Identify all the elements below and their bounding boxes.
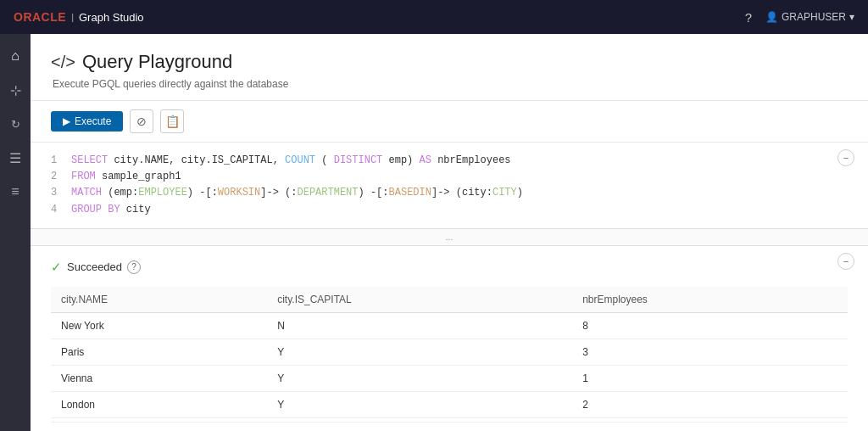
- table-cell: New York: [51, 312, 267, 339]
- page-title-row: </> Query Playground: [51, 51, 848, 73]
- copy-button[interactable]: 📋: [160, 109, 184, 133]
- table-cell: Vienna: [51, 365, 267, 391]
- cancel-icon: ⊘: [136, 115, 147, 128]
- results-table: city.NAME city.IS_CAPITAL nbrEmployees N…: [51, 287, 848, 418]
- col-nbr-employees: nbrEmployees: [572, 287, 848, 313]
- results-collapse-button[interactable]: −: [837, 253, 854, 270]
- page-subtitle: Execute PGQL queries directly against th…: [53, 78, 848, 90]
- topbar-right: ? 👤 GRAPHUSER ▾: [745, 10, 854, 25]
- table-row: LondonY2: [51, 391, 848, 417]
- code-line-1: 1 SELECT city.NAME, city.IS_CAPITAL, COU…: [51, 153, 848, 169]
- page-title-icon: </>: [51, 53, 75, 72]
- user-name: GRAPHUSER: [782, 11, 846, 23]
- product-name: Graph Studio: [79, 11, 144, 24]
- main-layout: ⌂ ⊹ ↻ ☰ ≡ </> Query Playground Execute P…: [0, 34, 868, 431]
- code-line-4: 4 GROUP BY city: [51, 202, 848, 218]
- success-header: ✓ Succeeded ?: [51, 260, 848, 275]
- resize-handle[interactable]: ...: [31, 229, 868, 246]
- results-help-icon[interactable]: ?: [127, 260, 141, 274]
- table-cell: N: [267, 312, 572, 339]
- oracle-text: ORACLE: [14, 10, 66, 24]
- sidebar-item-notebooks[interactable]: ≡: [0, 176, 31, 207]
- table-row: ParisY3: [51, 339, 848, 365]
- page-title: Query Playground: [82, 51, 232, 73]
- col-city-capital: city.IS_CAPITAL: [267, 287, 572, 313]
- table-cell: Y: [267, 391, 572, 417]
- topbar-brand: ORACLE | Graph Studio: [14, 10, 144, 24]
- editor-collapse-button[interactable]: −: [837, 149, 854, 166]
- minus-icon: −: [843, 153, 849, 163]
- oracle-logo: ORACLE | Graph Studio: [14, 10, 144, 24]
- toolbar: ▶ Execute ⊘ 📋: [31, 101, 868, 143]
- sidebar: ⌂ ⊹ ↻ ☰ ≡: [0, 34, 31, 431]
- topbar-divider: |: [71, 12, 74, 22]
- sidebar-item-graph[interactable]: ⊹: [0, 75, 31, 105]
- models-icon: ☰: [9, 150, 21, 166]
- table-cell: Y: [267, 339, 572, 365]
- results-table-body: New YorkN8ParisY3ViennaY1LondonY2: [51, 312, 848, 417]
- execute-button[interactable]: ▶ Execute: [51, 111, 123, 132]
- table-row: ViennaY1: [51, 365, 848, 391]
- function-count: COUNT: [285, 154, 315, 166]
- query-editor-section: 1 SELECT city.NAME, city.IS_CAPITAL, COU…: [31, 143, 868, 229]
- minus-icon: −: [843, 256, 849, 266]
- table-cell: 2: [572, 391, 848, 417]
- keyword-select: SELECT: [71, 154, 108, 166]
- table-cell: 8: [572, 312, 848, 339]
- user-icon: 👤: [765, 11, 778, 23]
- code-line-2: 2 FROM sample_graph1: [51, 169, 848, 185]
- table-cell: London: [51, 391, 267, 417]
- table-cell: Y: [267, 365, 572, 391]
- line-num-1: 1: [51, 153, 61, 169]
- sidebar-item-jobs[interactable]: ↻: [0, 109, 31, 139]
- execute-label: Execute: [75, 115, 111, 127]
- table-cell: Paris: [51, 339, 267, 365]
- col-city-name: city.NAME: [51, 287, 267, 313]
- page-header: </> Query Playground Execute PGQL querie…: [31, 34, 868, 101]
- sidebar-item-models[interactable]: ☰: [0, 143, 31, 173]
- resize-dots: ...: [446, 232, 453, 242]
- table-row: New YorkN8: [51, 312, 848, 339]
- success-icon: ✓: [51, 260, 62, 275]
- results-panel: − ✓ Succeeded ? city.NAME city.IS_CAPITA…: [31, 246, 868, 431]
- line-num-4: 4: [51, 202, 61, 218]
- execution-time-row: Execution Time: 00:00:00.339: [51, 422, 848, 431]
- topbar: ORACLE | Graph Studio ? 👤 GRAPHUSER ▾: [0, 0, 868, 34]
- play-icon: ▶: [63, 115, 70, 127]
- copy-icon: 📋: [165, 115, 180, 128]
- code-line-3: 3 MATCH (emp:EMPLOYEE) -[:WORKSIN]-> (:D…: [51, 185, 848, 201]
- user-menu[interactable]: 👤 GRAPHUSER ▾: [765, 11, 854, 23]
- cancel-button[interactable]: ⊘: [130, 109, 153, 133]
- graph-icon: ⊹: [10, 82, 21, 98]
- success-text: Succeeded: [67, 260, 122, 273]
- notebooks-icon: ≡: [11, 184, 19, 199]
- table-cell: 1: [572, 365, 848, 391]
- jobs-icon: ↻: [11, 118, 20, 131]
- header-row: city.NAME city.IS_CAPITAL nbrEmployees: [51, 287, 848, 313]
- line-num-3: 3: [51, 185, 61, 201]
- query-editor[interactable]: 1 SELECT city.NAME, city.IS_CAPITAL, COU…: [31, 143, 868, 229]
- home-icon: ⌂: [11, 48, 19, 64]
- content-area: </> Query Playground Execute PGQL querie…: [31, 34, 868, 431]
- user-chevron-icon: ▾: [849, 11, 854, 23]
- help-icon[interactable]: ?: [745, 10, 752, 25]
- sidebar-item-home[interactable]: ⌂: [0, 41, 31, 71]
- line-num-2: 2: [51, 169, 61, 185]
- table-cell: 3: [572, 339, 848, 365]
- results-table-header: city.NAME city.IS_CAPITAL nbrEmployees: [51, 287, 848, 313]
